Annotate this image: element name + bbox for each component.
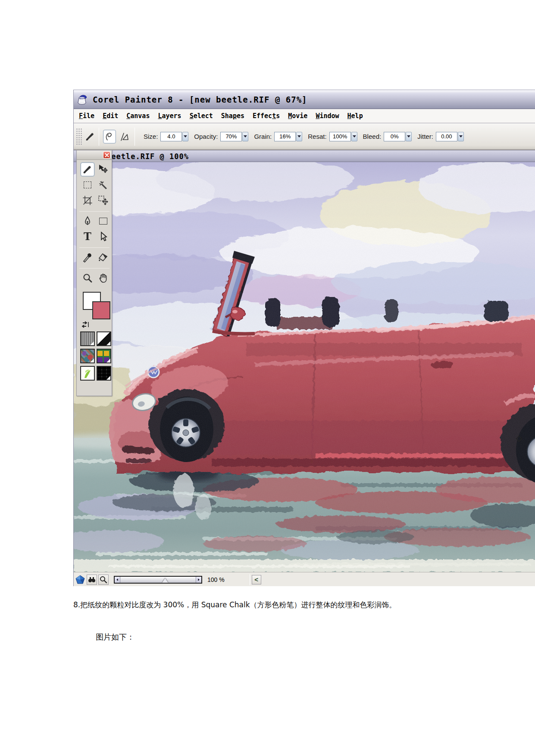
close-icon[interactable] [103, 151, 110, 159]
field-value-input[interactable]: 0% [384, 132, 405, 141]
divider [79, 247, 110, 248]
menu-bar: File Edit Canvas Layers Select Shapes Ef… [74, 109, 535, 123]
divider [79, 268, 110, 269]
field-value-input[interactable]: 16% [274, 132, 296, 141]
pen-tool[interactable] [81, 214, 94, 228]
property-field: Size: 4.0 [144, 132, 188, 141]
grabber-hand-tool[interactable] [96, 271, 110, 285]
field-label: Grain: [254, 133, 272, 140]
back-color-swatch[interactable] [92, 301, 110, 319]
swap-colors-icon[interactable] [81, 320, 91, 331]
separator [99, 128, 99, 146]
property-field: Bleed: 0% [363, 132, 412, 141]
paint-can-icon [76, 94, 88, 105]
toolbar-grip[interactable] [76, 128, 82, 145]
selection-adjuster-tool[interactable] [96, 194, 110, 207]
magnifier-tool[interactable] [81, 271, 94, 285]
document-title: beetle.RIF @ 100% [106, 152, 189, 161]
property-field: Resat: 100% [308, 132, 357, 141]
field-label: Opacity: [194, 133, 218, 140]
menu-item[interactable]: Help [347, 111, 364, 121]
rectangular-selection-tool[interactable] [81, 178, 94, 192]
toolbox-title-bar[interactable] [77, 150, 112, 160]
menu-item[interactable]: Select [189, 111, 214, 121]
field-dropdown-button[interactable] [296, 132, 302, 141]
painter-cube-icon[interactable] [75, 575, 85, 585]
document-page: Corel Painter 8 - [new beetle.RIF @ 67%]… [0, 0, 535, 756]
rectangular-shape-tool[interactable] [96, 214, 110, 228]
menu-item[interactable]: Layers [157, 111, 182, 121]
brush-look-selector[interactable] [97, 366, 111, 381]
separator [135, 128, 135, 146]
crop-tool[interactable] [81, 194, 94, 207]
zoom-slider[interactable] [114, 576, 202, 584]
window-title: Corel Painter 8 - [new beetle.RIF @ 67%] [93, 95, 307, 104]
paint-bucket-tool[interactable] [96, 250, 110, 264]
toolbox-palette: T [76, 150, 112, 396]
straight-line-strokes-button[interactable] [118, 130, 131, 144]
title-bar[interactable]: Corel Painter 8 - [new beetle.RIF @ 67%] [74, 90, 535, 109]
field-label: Jitter: [417, 133, 433, 140]
field-label: Bleed: [363, 133, 382, 140]
binoculars-icon[interactable] [87, 575, 97, 585]
step-caption: 8.把纸纹的颗粒对比度改为 300%，用 Square Chalk（方形色粉笔）… [73, 600, 479, 610]
weave-selector[interactable] [97, 349, 111, 363]
field-value-input[interactable]: 4.0 [160, 132, 182, 141]
separator [250, 574, 250, 585]
property-field: Opacity: 70% [194, 132, 248, 141]
field-dropdown-button[interactable] [351, 132, 357, 141]
property-bar: Size: 4.0 Opacity: 70% Grain: 16% [74, 123, 535, 150]
magnifier-icon[interactable] [98, 575, 109, 585]
slider-right-arrow[interactable] [196, 577, 201, 583]
dropper-tool[interactable] [81, 250, 94, 264]
menu-item[interactable]: Shapes [220, 111, 245, 121]
text-tool[interactable]: T [81, 230, 94, 244]
property-field: Jitter: 0.00 [417, 132, 464, 141]
field-value-input[interactable]: 0.00 [436, 132, 457, 141]
property-field: Grain: 16% [254, 132, 302, 141]
slider-thumb[interactable] [162, 578, 168, 583]
menu-item[interactable]: Canvas [125, 111, 150, 121]
field-label: Resat: [308, 133, 326, 140]
painter-app-window: Corel Painter 8 - [new beetle.RIF @ 67%]… [73, 90, 535, 586]
brush-tool-indicator-icon [84, 131, 96, 142]
slider-left-arrow[interactable] [115, 577, 120, 583]
brush-tool[interactable] [81, 162, 94, 176]
paper-selector[interactable] [80, 331, 95, 346]
field-value-input[interactable]: 70% [220, 132, 242, 141]
menu-item[interactable]: Edit [102, 111, 119, 121]
menu-item[interactable]: Movie [287, 111, 308, 121]
canvas-viewport[interactable] [74, 162, 535, 572]
shape-selection-tool[interactable] [96, 230, 110, 244]
divider [79, 211, 110, 212]
status-bar: 100 % < [74, 572, 535, 586]
layer-adjuster-tool[interactable] [96, 162, 110, 176]
figure-caption: 图片如下： [96, 632, 135, 642]
document-title-bar[interactable]: beetle.RIF @ 100% [74, 150, 535, 162]
nozzle-selector[interactable] [80, 366, 95, 381]
property-fields: Size: 4.0 Opacity: 70% Grain: 16% [138, 132, 464, 141]
field-dropdown-button[interactable] [242, 132, 248, 141]
beetle-painting [74, 162, 535, 572]
field-dropdown-button[interactable] [182, 132, 188, 141]
menu-item[interactable]: Effects [252, 111, 281, 121]
zoom-value: 100 % [207, 576, 225, 583]
freehand-strokes-button[interactable] [103, 130, 116, 144]
menu-item[interactable]: Window [315, 111, 340, 121]
field-dropdown-button[interactable] [458, 132, 464, 141]
magic-wand-tool[interactable] [96, 178, 110, 192]
field-value-input[interactable]: 100% [329, 132, 351, 141]
field-dropdown-button[interactable] [406, 132, 412, 141]
gradient-selector[interactable] [97, 331, 111, 346]
field-label: Size: [144, 133, 158, 140]
scrollbar-left-button[interactable]: < [252, 575, 261, 584]
pattern-selector[interactable] [80, 349, 95, 363]
menu-item[interactable]: File [78, 111, 95, 121]
